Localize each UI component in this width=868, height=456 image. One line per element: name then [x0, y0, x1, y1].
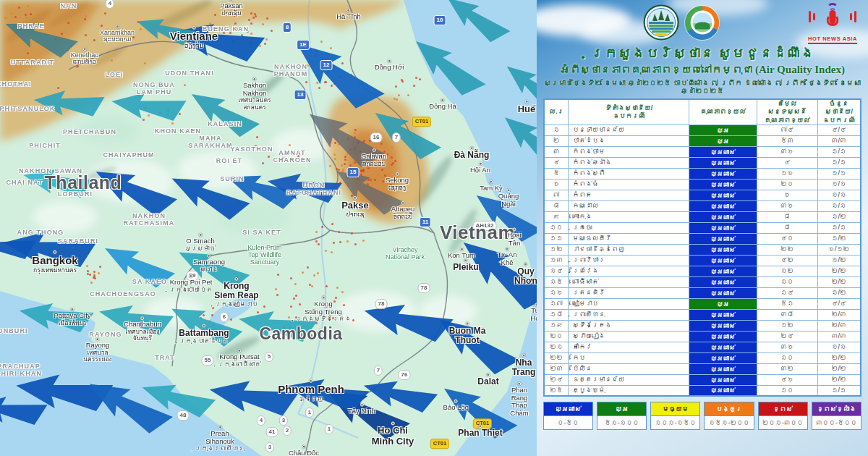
aqi-table: ល.រទីតាំងស្ថានីយ/ ឧបករណ៍គុណភាពខ្យល់តម្លៃ…	[543, 98, 861, 397]
aqi-cell-no: ៦	[544, 179, 569, 190]
aqi-cell-quality: ល្អណាស់	[689, 342, 757, 352]
map-label-chanthaburi: Chanthaburiเทศบาลเมือง จันทบุรี	[124, 316, 161, 342]
legend-label: ខ្ពស់	[759, 402, 807, 416]
aqi-cell-quality: ល្អណាស់	[689, 331, 757, 342]
aqi-table-row: ២៣ប៉ៃលិនល្អណាស់៣២២/២	[544, 363, 861, 374]
aqi-cell-value: ២២	[757, 244, 817, 255]
map-label-phnom-penh: Phnom Penhភ្នំពេញ	[278, 379, 344, 402]
map-label-attapeu: Attapeuອັດຕະປື	[391, 201, 415, 220]
aqi-cell-no: ២៤	[544, 374, 569, 385]
aqi-cell-stations: ១/២	[817, 255, 861, 266]
map-label-krong-siem-reap: Krong Siem Reapក្រុងសៀមរាប	[214, 277, 258, 308]
aqi-cell-value: ៣២	[757, 363, 817, 374]
aqi-cell-no: ៤	[544, 157, 569, 168]
map-label-layer: ThailandCambodiaVietnamPHRAENANUTTARADIT…	[0, 0, 537, 456]
map-label-si-sa-ket: SI SA KET	[242, 229, 281, 236]
aqi-cell-no: ១២	[544, 244, 569, 255]
aqi-table-row: ១០ក្រចេះល្អណាស់៨១/១	[544, 222, 861, 233]
aqi-cell-no: ១៤	[544, 266, 569, 276]
aqi-table-row: ១៩ស្ទឹងត្រែងល្អណាស់១២២/៣	[544, 320, 861, 331]
logo-row: HOT NEWS ASIA	[537, 3, 868, 45]
aqi-cell-name: ក្រចេះ	[569, 222, 689, 233]
aqi-cell-value: ១០	[757, 276, 817, 287]
aqi-cell-stations: ៤/៤	[817, 124, 861, 135]
aqi-cell-stations: ១/១	[817, 190, 861, 200]
map-label-kalasin: KALASIN	[208, 120, 242, 127]
aqi-cell-quality: ល្អណាស់	[689, 374, 757, 385]
aqi-cell-stations: ២/២	[817, 363, 861, 374]
aqi-table-row: ៣កំពង់ចាមល្អណាស់៣៦១/១	[544, 146, 861, 157]
aqi-cell-no: ២	[544, 135, 569, 146]
aqi-table-row: ៦កំពង់ធំល្អណាស់២០១/១	[544, 179, 861, 190]
aqi-cell-stations: ១/១	[817, 222, 861, 233]
aqi-cell-name: ព្រះសីហនុ	[569, 309, 689, 320]
map-label-o-smach: O Smachអូរស្ម៉ាច់	[185, 233, 216, 252]
aqi-cell-no: ២២	[544, 352, 569, 363]
aqi-cell-no: ៧	[544, 190, 569, 200]
map-label-phrae: PHRAE	[17, 22, 44, 30]
map-label-krong-pursat: Krong Pursatក្រុងពោធិ៍សាត់	[218, 349, 261, 368]
aqi-cell-no: ១៣	[544, 255, 569, 266]
aqi-cell-value: ១០	[757, 385, 817, 396]
aqi-cell-name: ព្រៃវែង	[569, 266, 689, 276]
map-label-lopburi: LOPBURI	[58, 190, 93, 198]
aqi-cell-value: ៨	[757, 211, 817, 222]
aqi-report-panel: HOT NEWS ASIA ក្រសួងបរិស្ថាន សូមជូនដំណឹង…	[537, 0, 868, 456]
map-label-b-o-l-c: Bảo Lộc	[443, 400, 469, 412]
aqi-cell-value: ១២	[757, 320, 817, 331]
legend-category: មធ្យម១០១-១៥០	[650, 402, 700, 430]
aqi-cell-quality: ល្អណាស់	[689, 157, 757, 168]
aqi-cell-value: ៤២	[757, 255, 817, 266]
aqi-cell-name: រាជធានីភ្នំពេញ	[569, 244, 689, 255]
aqi-cell-quality: ល្អ	[689, 124, 757, 135]
aqi-cell-stations: ១/២	[817, 233, 861, 244]
aqi-cell-quality: ល្អណាស់	[689, 222, 757, 233]
aqi-cell-stations: ២/២	[817, 276, 861, 287]
panel-title-line2-khmer: អំពីស្ថានភាពគុណភាពខ្យល់នៅកម្ពុជា	[560, 64, 752, 75]
map-label-trat: TRAT	[155, 354, 175, 361]
panel-title-line2-english: (Air Quality Index)	[755, 64, 845, 75]
aqi-cell-name: ប៉ៃលិន	[569, 363, 689, 374]
aqi-cell-no: ២៥	[544, 385, 569, 396]
aqi-table-row: ២០ស្វាយរៀងល្អណាស់២៤៣/៣	[544, 331, 861, 342]
aqi-cell-quality: ល្អណាស់	[689, 309, 757, 320]
map-label-quy-nh-n: Quy Nhơn	[514, 263, 537, 287]
map-label-paksan: Paksanປາກຊັນ	[220, 0, 243, 17]
map-label-kulen-prum-tep-wildlife-sanctuary: Kulen Prum Tep Wildlife Sanctuary	[247, 244, 281, 266]
aqi-cell-name: បាត់ដំបង	[569, 135, 689, 146]
map-label-chai-nat: CHAI NAT	[6, 179, 43, 186]
aqi-cell-stations: ១/២	[817, 287, 861, 298]
map-label-ho-chi-minh-city: Ho Chi Minh City	[372, 421, 414, 447]
aqi-cell-quality: ល្អណាស់	[689, 168, 757, 179]
aqi-cell-name: កំពត	[569, 190, 689, 200]
map-label-xanamkhan: Xanamkhanຊະນະຄາມ	[100, 25, 135, 43]
aqi-table-row: ១៨ព្រះសីហនុល្អណាស់៣៨២/៣	[544, 309, 861, 320]
aqi-cell-stations: ១/១	[817, 200, 861, 211]
aqi-cell-name: កំពង់ចាម	[569, 146, 689, 157]
aqi-cell-stations: ៦/១២	[817, 244, 861, 255]
aqi-table-row: ៩កោះកុងល្អណាស់៨១/២	[544, 211, 861, 222]
aqi-cell-quality: ល្អណាស់	[689, 276, 757, 287]
map-label--ng-h-i: Đồng Hới	[375, 59, 404, 72]
aqi-cell-name: កំពង់ឆ្នាំង	[569, 157, 689, 168]
aqi-cell-quality: ល្អណាស់	[689, 352, 757, 363]
map-label-nha-trang: Nha Trang	[512, 354, 536, 378]
aqi-cell-quality: ល្អណាស់	[689, 287, 757, 298]
aqi-table-row: ៥កំពង់ស្ពឺល្អណាស់១៦១/១	[544, 168, 861, 179]
map-label--n-ng: Đà Nẵng	[454, 146, 490, 160]
map-label-kenethao: Kenethaoແກ່ນທ້າວ	[71, 47, 99, 66]
map-label-sekong: Sekongເຊກອງ	[386, 172, 409, 191]
map-label-phetchabun: PHETCHABUN	[63, 128, 116, 135]
aqi-table-row: ៨កណ្ដាលល្អណាស់៣៦១/១	[544, 200, 861, 211]
aqi-cell-quality: ល្អ	[689, 298, 757, 309]
city-dot-icon	[82, 47, 86, 51]
aqi-cell-name: ស្ទឹងត្រែង	[569, 320, 689, 331]
aqi-cell-stations: ១/១	[817, 146, 861, 157]
aqi-cell-stations: ១/១	[817, 168, 861, 179]
aqi-cell-stations: ១/១	[817, 179, 861, 190]
aqi-cell-no: ១៥	[544, 276, 569, 287]
aqi-table-row: ២៥ត្បូងឃ្មុំល្អណាស់១០១/១	[544, 385, 861, 396]
aqi-cell-name: កណ្ដាល	[569, 200, 689, 211]
legend-label: មធ្យម	[651, 402, 699, 416]
map-label--ng-h-: Đông Hà	[429, 98, 456, 111]
